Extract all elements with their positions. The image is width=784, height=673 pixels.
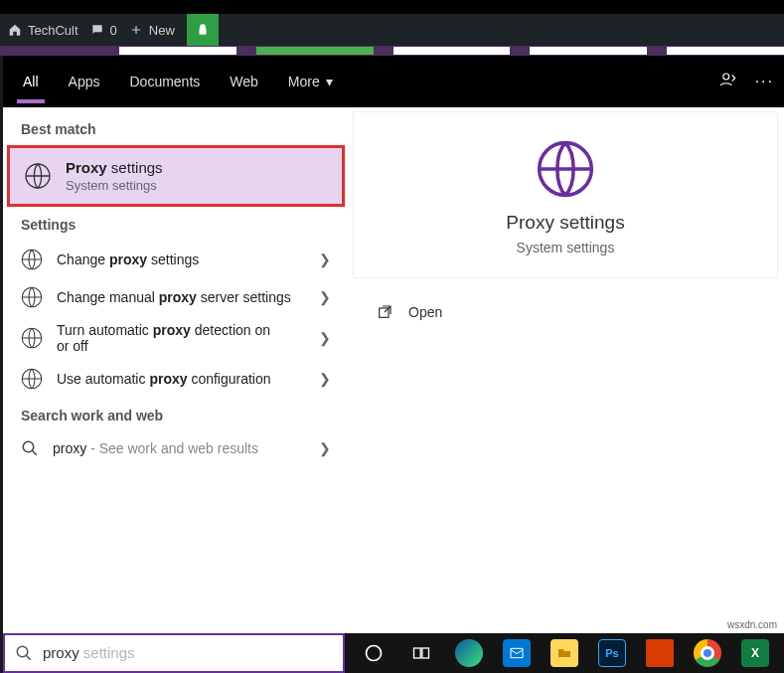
cortana-icon[interactable] — [353, 633, 394, 673]
taskbar-edge[interactable] — [448, 633, 490, 673]
chevron-right-icon: ❯ — [319, 440, 331, 456]
settings-item[interactable]: Change proxy settings ❯ — [7, 241, 345, 278]
feedback-icon[interactable] — [719, 71, 737, 92]
thumb — [119, 47, 236, 55]
best-match-item[interactable]: Proxy settings System settings — [7, 145, 345, 207]
thumb — [530, 47, 647, 55]
web-search-item[interactable]: proxy - See work and web results ❯ — [7, 431, 345, 465]
globe-icon — [19, 325, 45, 351]
svg-point-6 — [23, 442, 34, 453]
settings-item-label: Change manual proxy server settings — [57, 289, 291, 305]
window-top-strip — [0, 0, 784, 14]
open-label: Open — [408, 304, 442, 320]
settings-item[interactable]: Use automatic proxy configuration ❯ — [7, 360, 345, 398]
filter-more[interactable]: More ▾ — [284, 60, 337, 103]
settings-item[interactable]: Change manual proxy server settings ❯ — [7, 278, 345, 316]
thumb — [667, 47, 784, 55]
chevron-right-icon: ❯ — [319, 330, 331, 346]
search-box[interactable]: proxy settings — [3, 633, 345, 673]
settings-item-label: Turn automatic proxy detection on or off — [57, 322, 285, 354]
taskbar-photoshop[interactable]: Ps — [591, 633, 633, 673]
svg-point-0 — [722, 74, 728, 80]
filter-apps[interactable]: Apps — [65, 60, 104, 103]
section-search-web: Search work and web — [7, 398, 345, 431]
settings-item[interactable]: Turn automatic proxy detection on or off… — [7, 316, 345, 360]
lock-icon — [196, 23, 210, 37]
preview-card: Proxy settings System settings — [353, 111, 778, 278]
section-best-match: Best match — [7, 111, 345, 145]
search-input[interactable] — [43, 644, 333, 661]
preview-sub: System settings — [364, 240, 767, 255]
globe-icon — [19, 366, 45, 392]
web-search-label: proxy - See work and web results — [53, 440, 258, 456]
taskbar-chrome[interactable] — [687, 633, 728, 673]
filter-more-label: More — [288, 74, 320, 89]
thumb — [393, 47, 511, 55]
filter-web[interactable]: Web — [226, 60, 262, 103]
search-icon — [15, 644, 33, 662]
best-match-sub: System settings — [66, 178, 163, 195]
open-action[interactable]: Open — [375, 298, 758, 326]
chevron-down-icon: ▾ — [326, 74, 333, 89]
thumb — [256, 47, 374, 55]
results-list: Best match Proxy settings System setting… — [7, 111, 345, 629]
taskbar-file-explorer[interactable] — [544, 633, 585, 673]
admin-new-label: New — [149, 23, 175, 38]
svg-rect-14 — [422, 648, 429, 658]
filter-documents[interactable]: Documents — [125, 60, 204, 103]
preview-pane: Proxy settings System settings Open — [353, 111, 780, 629]
chevron-right-icon: ❯ — [319, 252, 331, 267]
admin-lock[interactable] — [187, 14, 219, 46]
taskbar-mail[interactable] — [496, 633, 538, 673]
admin-bar: TechCult 0 New — [0, 14, 784, 46]
best-match-title: Proxy settings — [66, 158, 163, 178]
admin-site[interactable]: TechCult — [8, 23, 78, 38]
svg-point-10 — [17, 646, 28, 657]
taskbar-excel[interactable]: X — [734, 633, 776, 673]
admin-new[interactable]: New — [129, 23, 175, 38]
home-icon — [8, 23, 22, 37]
plus-icon — [129, 23, 143, 37]
chevron-right-icon: ❯ — [319, 371, 331, 387]
chevron-right-icon: ❯ — [319, 289, 331, 305]
preview-title: Proxy settings — [364, 212, 767, 234]
taskbar-office[interactable] — [639, 633, 681, 673]
taskbar-thumbnails — [0, 46, 784, 56]
options-button[interactable]: ··· — [755, 73, 774, 90]
svg-point-12 — [367, 646, 382, 661]
svg-line-11 — [26, 655, 31, 660]
admin-comments-count: 0 — [110, 23, 117, 38]
settings-item-label: Change proxy settings — [57, 252, 199, 267]
comment-icon — [90, 23, 104, 37]
watermark: wsxdn.com — [724, 618, 780, 631]
taskbar: Ps X — [345, 633, 784, 673]
search-icon — [21, 439, 39, 457]
admin-comments[interactable]: 0 — [90, 23, 117, 38]
globe-icon — [19, 284, 45, 310]
open-icon — [377, 304, 392, 320]
svg-line-7 — [32, 451, 37, 456]
section-settings: Settings — [7, 207, 345, 241]
filter-all[interactable]: All — [19, 60, 43, 103]
preview-globe-icon — [535, 138, 596, 200]
globe-icon — [22, 160, 54, 192]
settings-item-label: Use automatic proxy configuration — [57, 371, 271, 387]
search-panel: All Apps Documents Web More ▾ ··· Best m… — [3, 56, 784, 633]
admin-site-label: TechCult — [28, 23, 78, 38]
filter-bar: All Apps Documents Web More ▾ ··· — [3, 56, 784, 107]
globe-icon — [19, 247, 45, 272]
svg-rect-13 — [414, 648, 421, 658]
task-view-icon[interactable] — [400, 633, 442, 673]
